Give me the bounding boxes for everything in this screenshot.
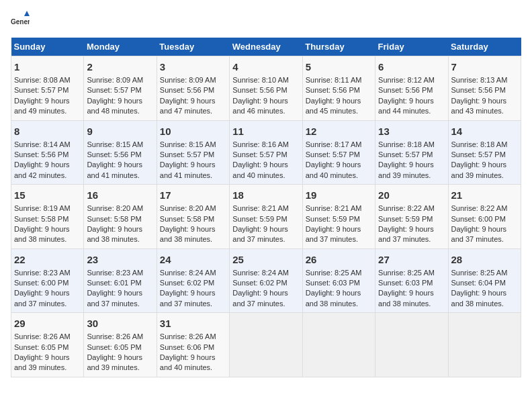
day-info: Sunrise: 8:22 AM Sunset: 6:00 PM Dayligh… bbox=[451, 203, 518, 245]
calendar-day-header: Friday bbox=[375, 38, 448, 56]
day-info: Sunrise: 8:25 AM Sunset: 6:04 PM Dayligh… bbox=[451, 268, 518, 310]
day-number: 16 bbox=[87, 188, 153, 202]
day-number: 2 bbox=[87, 60, 153, 74]
calendar-cell: 29Sunrise: 8:26 AM Sunset: 6:05 PM Dayli… bbox=[11, 313, 84, 377]
calendar-cell: 22Sunrise: 8:23 AM Sunset: 6:00 PM Dayli… bbox=[11, 248, 84, 313]
day-number: 31 bbox=[160, 316, 226, 330]
day-info: Sunrise: 8:18 AM Sunset: 5:57 PM Dayligh… bbox=[378, 140, 445, 181]
day-number: 11 bbox=[232, 124, 299, 138]
day-info: Sunrise: 8:16 AM Sunset: 5:57 PM Dayligh… bbox=[232, 140, 299, 181]
calendar-day-header: Tuesday bbox=[157, 38, 229, 56]
calendar-cell bbox=[448, 313, 521, 377]
day-info: Sunrise: 8:15 AM Sunset: 5:57 PM Dayligh… bbox=[160, 140, 226, 181]
calendar-table: SundayMondayTuesdayWednesdayThursdayFrid… bbox=[11, 38, 521, 377]
day-info: Sunrise: 8:19 AM Sunset: 5:58 PM Dayligh… bbox=[14, 203, 81, 245]
calendar-cell bbox=[230, 313, 302, 377]
day-number: 28 bbox=[451, 253, 518, 267]
day-info: Sunrise: 8:14 AM Sunset: 5:56 PM Dayligh… bbox=[14, 140, 81, 181]
calendar-cell: 13Sunrise: 8:18 AM Sunset: 5:57 PM Dayli… bbox=[375, 120, 448, 185]
day-number: 19 bbox=[306, 188, 372, 202]
calendar-cell: 16Sunrise: 8:20 AM Sunset: 5:58 PM Dayli… bbox=[84, 185, 157, 249]
day-info: Sunrise: 8:26 AM Sunset: 6:05 PM Dayligh… bbox=[14, 332, 81, 373]
day-number: 12 bbox=[306, 124, 372, 138]
day-number: 10 bbox=[160, 124, 226, 138]
calendar-week-row: 29Sunrise: 8:26 AM Sunset: 6:05 PM Dayli… bbox=[11, 313, 521, 377]
calendar-cell: 8Sunrise: 8:14 AM Sunset: 5:56 PM Daylig… bbox=[11, 120, 84, 185]
svg-text:General: General bbox=[11, 18, 30, 26]
day-info: Sunrise: 8:24 AM Sunset: 6:02 PM Dayligh… bbox=[160, 268, 226, 310]
calendar-cell: 12Sunrise: 8:17 AM Sunset: 5:57 PM Dayli… bbox=[302, 120, 375, 185]
day-number: 24 bbox=[160, 253, 226, 267]
day-info: Sunrise: 8:17 AM Sunset: 5:57 PM Dayligh… bbox=[306, 140, 372, 181]
day-number: 30 bbox=[87, 316, 153, 330]
day-number: 6 bbox=[378, 60, 445, 74]
day-info: Sunrise: 8:23 AM Sunset: 6:00 PM Dayligh… bbox=[14, 268, 81, 310]
day-number: 7 bbox=[451, 60, 518, 74]
day-number: 21 bbox=[451, 188, 518, 202]
calendar-cell: 11Sunrise: 8:16 AM Sunset: 5:57 PM Dayli… bbox=[230, 120, 302, 185]
calendar-cell: 25Sunrise: 8:24 AM Sunset: 6:02 PM Dayli… bbox=[230, 248, 302, 313]
day-info: Sunrise: 8:12 AM Sunset: 5:56 PM Dayligh… bbox=[378, 75, 445, 117]
day-info: Sunrise: 8:13 AM Sunset: 5:56 PM Dayligh… bbox=[451, 75, 518, 117]
calendar-day-header: Saturday bbox=[448, 38, 521, 56]
calendar-week-row: 8Sunrise: 8:14 AM Sunset: 5:56 PM Daylig… bbox=[11, 120, 521, 185]
day-number: 27 bbox=[378, 253, 445, 267]
logo-icon: General bbox=[11, 11, 30, 30]
day-number: 18 bbox=[232, 188, 299, 202]
calendar-cell: 26Sunrise: 8:25 AM Sunset: 6:03 PM Dayli… bbox=[302, 248, 375, 313]
day-info: Sunrise: 8:21 AM Sunset: 5:59 PM Dayligh… bbox=[306, 203, 372, 245]
day-info: Sunrise: 8:09 AM Sunset: 5:57 PM Dayligh… bbox=[87, 75, 153, 117]
day-number: 23 bbox=[87, 253, 153, 267]
calendar-cell: 21Sunrise: 8:22 AM Sunset: 6:00 PM Dayli… bbox=[448, 185, 521, 249]
calendar-day-header: Sunday bbox=[11, 38, 84, 56]
day-info: Sunrise: 8:25 AM Sunset: 6:03 PM Dayligh… bbox=[378, 268, 445, 310]
calendar-cell: 2Sunrise: 8:09 AM Sunset: 5:57 PM Daylig… bbox=[84, 56, 157, 121]
calendar-header-row: SundayMondayTuesdayWednesdayThursdayFrid… bbox=[11, 38, 521, 56]
day-info: Sunrise: 8:26 AM Sunset: 6:06 PM Dayligh… bbox=[160, 332, 226, 373]
calendar-day-header: Wednesday bbox=[230, 38, 302, 56]
calendar-cell bbox=[375, 313, 448, 377]
day-info: Sunrise: 8:20 AM Sunset: 5:58 PM Dayligh… bbox=[160, 203, 226, 245]
calendar-cell: 20Sunrise: 8:22 AM Sunset: 5:59 PM Dayli… bbox=[375, 185, 448, 249]
calendar-cell: 5Sunrise: 8:11 AM Sunset: 5:56 PM Daylig… bbox=[302, 56, 375, 121]
calendar-cell: 7Sunrise: 8:13 AM Sunset: 5:56 PM Daylig… bbox=[448, 56, 521, 121]
day-number: 29 bbox=[14, 316, 81, 330]
day-info: Sunrise: 8:21 AM Sunset: 5:59 PM Dayligh… bbox=[232, 203, 299, 245]
day-info: Sunrise: 8:18 AM Sunset: 5:57 PM Dayligh… bbox=[451, 140, 518, 181]
day-number: 8 bbox=[14, 124, 81, 138]
calendar-cell: 1Sunrise: 8:08 AM Sunset: 5:57 PM Daylig… bbox=[11, 56, 84, 121]
calendar-cell bbox=[302, 313, 375, 377]
day-info: Sunrise: 8:09 AM Sunset: 5:56 PM Dayligh… bbox=[160, 75, 226, 117]
calendar-cell: 27Sunrise: 8:25 AM Sunset: 6:03 PM Dayli… bbox=[375, 248, 448, 313]
calendar-cell: 15Sunrise: 8:19 AM Sunset: 5:58 PM Dayli… bbox=[11, 185, 84, 249]
day-number: 22 bbox=[14, 253, 81, 267]
day-number: 5 bbox=[306, 60, 372, 74]
calendar-week-row: 22Sunrise: 8:23 AM Sunset: 6:00 PM Dayli… bbox=[11, 248, 521, 313]
calendar-cell: 18Sunrise: 8:21 AM Sunset: 5:59 PM Dayli… bbox=[230, 185, 302, 249]
svg-marker-1 bbox=[24, 11, 30, 16]
calendar-cell: 9Sunrise: 8:15 AM Sunset: 5:56 PM Daylig… bbox=[84, 120, 157, 185]
day-info: Sunrise: 8:10 AM Sunset: 5:56 PM Dayligh… bbox=[232, 75, 299, 117]
calendar-week-row: 1Sunrise: 8:08 AM Sunset: 5:57 PM Daylig… bbox=[11, 56, 521, 121]
day-info: Sunrise: 8:22 AM Sunset: 5:59 PM Dayligh… bbox=[378, 203, 445, 245]
calendar-day-header: Monday bbox=[84, 38, 157, 56]
calendar-cell: 30Sunrise: 8:26 AM Sunset: 6:05 PM Dayli… bbox=[84, 313, 157, 377]
calendar-cell: 19Sunrise: 8:21 AM Sunset: 5:59 PM Dayli… bbox=[302, 185, 375, 249]
calendar-cell: 31Sunrise: 8:26 AM Sunset: 6:06 PM Dayli… bbox=[157, 313, 229, 377]
page-header: General bbox=[11, 11, 521, 30]
day-number: 9 bbox=[87, 124, 153, 138]
calendar-day-header: Thursday bbox=[302, 38, 375, 56]
day-info: Sunrise: 8:11 AM Sunset: 5:56 PM Dayligh… bbox=[306, 75, 372, 117]
day-info: Sunrise: 8:08 AM Sunset: 5:57 PM Dayligh… bbox=[14, 75, 81, 117]
calendar-cell: 17Sunrise: 8:20 AM Sunset: 5:58 PM Dayli… bbox=[157, 185, 229, 249]
day-number: 4 bbox=[232, 60, 299, 74]
day-info: Sunrise: 8:15 AM Sunset: 5:56 PM Dayligh… bbox=[87, 140, 153, 181]
calendar-cell: 3Sunrise: 8:09 AM Sunset: 5:56 PM Daylig… bbox=[157, 56, 229, 121]
calendar-cell: 4Sunrise: 8:10 AM Sunset: 5:56 PM Daylig… bbox=[230, 56, 302, 121]
calendar-cell: 10Sunrise: 8:15 AM Sunset: 5:57 PM Dayli… bbox=[157, 120, 229, 185]
day-number: 3 bbox=[160, 60, 226, 74]
calendar-cell: 24Sunrise: 8:24 AM Sunset: 6:02 PM Dayli… bbox=[157, 248, 229, 313]
day-info: Sunrise: 8:20 AM Sunset: 5:58 PM Dayligh… bbox=[87, 203, 153, 245]
calendar-week-row: 15Sunrise: 8:19 AM Sunset: 5:58 PM Dayli… bbox=[11, 185, 521, 249]
day-info: Sunrise: 8:26 AM Sunset: 6:05 PM Dayligh… bbox=[87, 332, 153, 373]
